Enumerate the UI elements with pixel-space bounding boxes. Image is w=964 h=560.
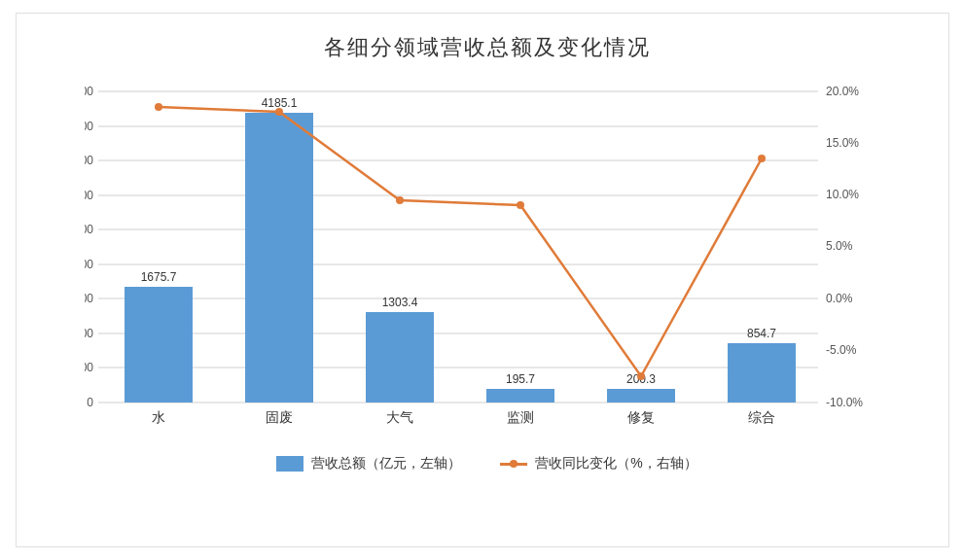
svg-text:20.0%: 20.0% <box>826 85 859 98</box>
svg-text:1500: 1500 <box>85 292 93 305</box>
dot-综合 <box>758 155 766 162</box>
bar-综合 <box>728 343 796 402</box>
chart-legend: 营收总额（亿元，左轴） 营收同比变化（%，右轴） <box>85 455 890 472</box>
dot-固废 <box>275 108 283 116</box>
svg-text:854.7: 854.7 <box>746 327 775 340</box>
svg-text:大气: 大气 <box>386 409 413 425</box>
legend-bar-label: 营收总额（亿元，左轴） <box>311 455 461 472</box>
bar-大气 <box>366 312 434 402</box>
chart-container: 各细分领域营收总额及变化情况 <box>16 13 949 547</box>
svg-text:15.0%: 15.0% <box>826 136 859 150</box>
svg-text:2500: 2500 <box>85 223 93 236</box>
svg-text:500: 500 <box>85 361 93 374</box>
svg-text:5.0%: 5.0% <box>826 239 853 253</box>
dot-监测 <box>517 201 524 209</box>
svg-text:修复: 修复 <box>627 409 655 425</box>
svg-text:3500: 3500 <box>85 154 93 167</box>
dot-水 <box>155 103 162 111</box>
dot-大气 <box>396 196 404 204</box>
svg-text:监测: 监测 <box>507 409 534 425</box>
chart-title: 各细分领域营收总额及变化情况 <box>85 33 890 62</box>
dot-修复 <box>637 372 645 380</box>
svg-text:-5.0%: -5.0% <box>826 343 857 357</box>
svg-text:综合: 综合 <box>748 409 775 425</box>
bar-固废 <box>245 113 313 402</box>
legend-bar-icon <box>276 456 303 472</box>
svg-text:4000: 4000 <box>85 120 93 133</box>
svg-text:2000: 2000 <box>85 258 93 271</box>
svg-text:1000: 1000 <box>85 327 93 340</box>
svg-text:0: 0 <box>87 396 93 409</box>
svg-text:4500: 4500 <box>85 85 93 98</box>
svg-text:固废: 固废 <box>266 409 293 425</box>
svg-text:4185.1: 4185.1 <box>261 96 297 110</box>
svg-text:10.0%: 10.0% <box>826 188 859 201</box>
svg-text:水: 水 <box>152 409 165 425</box>
svg-text:-10.0%: -10.0% <box>826 396 863 409</box>
legend-bar-item: 营收总额（亿元，左轴） <box>276 455 461 472</box>
bar-水 <box>125 287 193 402</box>
bar-修复 <box>607 389 675 402</box>
svg-text:195.7: 195.7 <box>505 372 534 386</box>
svg-text:1675.7: 1675.7 <box>140 270 176 284</box>
bar-监测 <box>486 389 554 402</box>
chart-area: 0 500 1000 1500 2000 2500 3000 3500 4000… <box>85 82 890 441</box>
svg-text:0.0%: 0.0% <box>826 292 853 305</box>
svg-text:1303.4: 1303.4 <box>381 296 417 309</box>
svg-text:3000: 3000 <box>85 189 93 202</box>
legend-line-item: 营收同比变化（%，右轴） <box>500 455 696 472</box>
legend-line-label: 营收同比变化（%，右轴） <box>535 455 696 472</box>
main-chart-svg: 0 500 1000 1500 2000 2500 3000 3500 4000… <box>85 82 890 441</box>
legend-line-icon <box>500 463 527 466</box>
